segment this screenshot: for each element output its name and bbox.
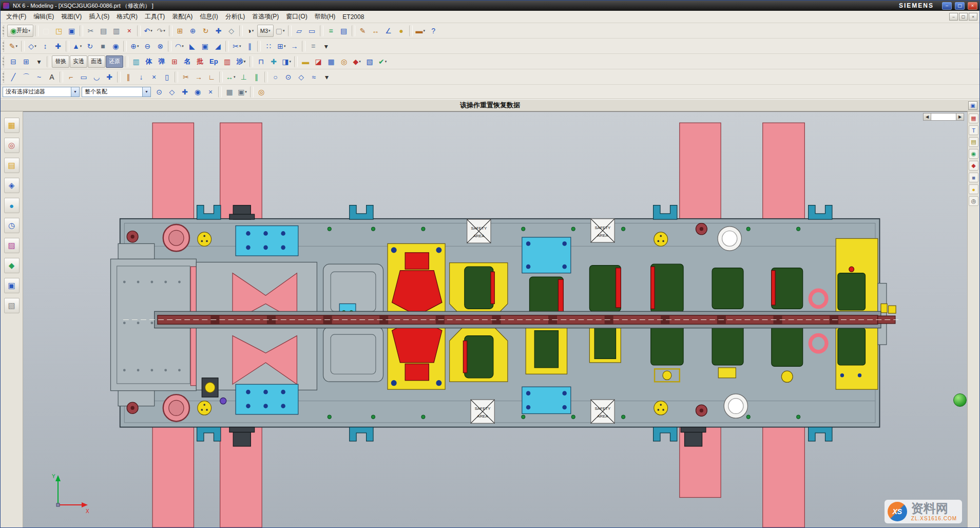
restore-button[interactable]: ▢	[955, 2, 965, 10]
menu-file[interactable]: 文件(F)	[3, 11, 30, 23]
relief-design-button[interactable]: ◎	[338, 55, 350, 68]
tile-vertical-button[interactable]: ⊞	[20, 55, 32, 68]
reuse-library-tab[interactable]: ◈	[4, 178, 20, 193]
menu-window[interactable]: 窗口(O)	[282, 11, 311, 23]
body-tool-button[interactable]: 体	[143, 55, 155, 68]
internet-explorer-tab[interactable]: ●	[4, 198, 20, 213]
toolbar-button[interactable]	[47, 56, 50, 67]
end-point-button[interactable]: ◇	[166, 86, 178, 98]
sketch-button[interactable]: ✎▾	[7, 40, 20, 52]
toolbar-button[interactable]	[3, 25, 5, 36]
profile-button[interactable]: ⌐	[65, 71, 77, 83]
process-assistant-tab[interactable]: ◆	[4, 258, 20, 273]
system-scenes-tab[interactable]: ▧	[4, 298, 20, 313]
shaded-view-button[interactable]: ◑▾	[244, 25, 257, 37]
spheres-tool-button[interactable]: ◉	[969, 149, 978, 159]
intersection-curve-button[interactable]: ×	[148, 71, 160, 83]
toolbar-button[interactable]	[225, 41, 229, 52]
sketch-point-button[interactable]: ✚	[103, 71, 116, 83]
selection-mode-button[interactable]: ▣▾	[236, 86, 248, 98]
menu-help[interactable]: 帮助(H)	[311, 11, 339, 23]
scroll-right-button[interactable]: ▶	[956, 113, 964, 121]
open-file-button[interactable]: ◳	[53, 25, 65, 37]
mid-point-button[interactable]: ✚	[179, 86, 191, 98]
cascade-window-button[interactable]: ▭	[306, 25, 318, 37]
toolbar-button[interactable]	[3, 41, 5, 52]
toolbar-button[interactable]	[3, 56, 5, 67]
menu-analysis[interactable]: 分析(L)	[222, 11, 249, 23]
make-corner-button[interactable]: ∟	[205, 71, 218, 83]
note-tool-button[interactable]: ▤	[969, 137, 978, 147]
annotation-button[interactable]: ✎	[357, 25, 369, 37]
edge-blend-button[interactable]: ◠▾	[173, 40, 185, 52]
cube-tool-button[interactable]: ■	[969, 173, 978, 182]
punch-insert-button[interactable]: ✚	[267, 55, 280, 68]
pattern-feature-button[interactable]: ∷	[262, 40, 275, 52]
lamp-tool-button[interactable]: ●	[969, 184, 978, 194]
rotate-view-button[interactable]: ↻	[200, 25, 212, 37]
toolbar-button[interactable]	[125, 56, 128, 67]
toolbar-button[interactable]	[123, 41, 127, 52]
grid-snap-button[interactable]: ▦	[223, 86, 236, 98]
die-base-button[interactable]: ▦	[325, 55, 337, 68]
close-button[interactable]: ×	[968, 2, 977, 10]
toolbar-button[interactable]	[66, 41, 69, 52]
more-curves-button[interactable]: ▾	[321, 71, 333, 83]
red-plate-button[interactable]: ▥	[221, 55, 234, 68]
pocket-design-button[interactable]: ▧	[363, 55, 376, 68]
menu-preferences[interactable]: 首选项(P)	[248, 11, 282, 23]
line-button[interactable]: ╱	[7, 71, 20, 83]
undo-button[interactable]: ↶▾	[142, 25, 155, 37]
views-dropdown[interactable]: ▾	[33, 55, 45, 68]
document-close-button[interactable]: ×	[969, 13, 977, 21]
camera-tool-button[interactable]: ◎	[969, 196, 978, 206]
menu-view[interactable]: 视图(V)	[57, 11, 85, 23]
toolbar-button[interactable]	[257, 41, 261, 52]
face-translucent-button[interactable]: 面透	[88, 55, 105, 68]
part-navigator-tab[interactable]: ▤	[4, 158, 20, 173]
dimension-button[interactable]: ↔▾	[224, 71, 237, 83]
menu-insert[interactable]: 插入(S)	[85, 11, 113, 23]
system-materials-tab[interactable]: ▨	[4, 238, 20, 253]
constraint-button[interactable]: ⊥	[238, 71, 250, 83]
prompt-bar-icon[interactable]: ▣	[968, 101, 977, 110]
pan-button[interactable]: ✚	[213, 25, 225, 37]
background-button[interactable]: ▢▾	[274, 25, 286, 37]
split-body-button[interactable]: ∥	[243, 40, 256, 52]
solid-translucent-button[interactable]: 实透	[70, 55, 87, 68]
toolbar-button[interactable]	[409, 25, 413, 36]
check-tool-button[interactable]: ✔▾	[376, 55, 389, 68]
subtract-button[interactable]: ⊖	[141, 40, 153, 52]
ellipse-button[interactable]: ⊙	[282, 71, 295, 83]
unite-button[interactable]: ⊕▾	[128, 40, 141, 52]
menu-edit[interactable]: 编辑(E)	[30, 11, 57, 23]
toolbar-button[interactable]	[137, 25, 141, 36]
toolbar-button[interactable]	[352, 25, 355, 36]
more-modeling-button[interactable]: ▾	[320, 40, 332, 52]
extrude-button[interactable]: ▲▾	[71, 40, 83, 52]
snap-point-button[interactable]: ⊙	[153, 86, 165, 98]
name-tool-button[interactable]: 名	[181, 55, 194, 68]
assembly-navigator-tab[interactable]: ▦	[4, 118, 20, 133]
copy-button[interactable]: ▤	[98, 25, 110, 37]
text-tool-button[interactable]: T	[969, 125, 978, 135]
wave-plate-button[interactable]: ▥	[130, 55, 142, 68]
die-insert-button[interactable]: ◨▾	[280, 55, 293, 68]
mirror-curve-button[interactable]: ▯	[161, 71, 173, 83]
parallel-constraint-button[interactable]: ∥	[251, 71, 263, 83]
delete-button[interactable]: ×	[123, 25, 136, 37]
standard-parts-button[interactable]: ⊓	[255, 55, 267, 68]
toolbar-button[interactable]	[117, 71, 121, 83]
redo-button[interactable]: ↷▾	[155, 25, 167, 37]
rectangle-button[interactable]: ▭	[78, 71, 90, 83]
shell-button[interactable]: ▣	[199, 40, 211, 52]
helix-button[interactable]: ≈	[308, 71, 320, 83]
fillet-button[interactable]: ◡	[90, 71, 103, 83]
menu-et2008[interactable]: ET2008	[339, 12, 368, 22]
grid-plate-button[interactable]: ⊞	[168, 55, 181, 68]
toolbar-button[interactable]	[264, 71, 268, 83]
document-restore-button[interactable]: ▢	[959, 13, 968, 21]
toolbar-button[interactable]	[168, 41, 171, 52]
toolbar-button[interactable]	[288, 25, 292, 36]
help-button[interactable]: ?	[427, 25, 439, 37]
